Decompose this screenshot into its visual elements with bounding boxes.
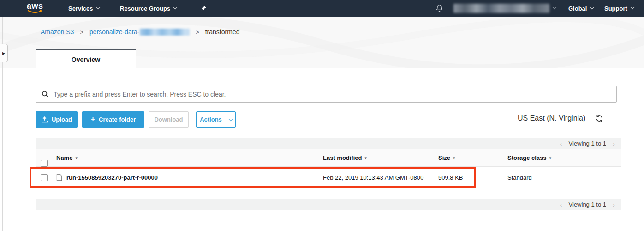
breadcrumb-root-label: Amazon S3 [41,28,74,36]
side-panel-toggle[interactable]: ▶ [0,44,8,62]
next-page-icon[interactable]: › [613,140,615,147]
viewing-range-label: Viewing 1 to 1 [569,140,606,147]
aws-logo-text: aws [27,1,43,11]
pushpin-icon [200,5,207,12]
bell-icon [435,4,444,13]
column-header-name[interactable]: Name ▾ [56,149,78,167]
row-storage-class: Standard [507,167,532,188]
file-icon [56,174,62,181]
create-folder-button-label: Create folder [99,116,136,123]
breadcrumb-current-folder: transformed [205,28,240,36]
column-header-size-label: Size [438,154,450,161]
upload-button[interactable]: Upload [36,111,78,128]
row-checkbox[interactable] [41,174,48,181]
column-header-last-modified[interactable]: Last modified ▾ [323,149,367,167]
redacted-account-name [453,4,549,13]
object-table-header: Name ▾ Last modified ▾ Size ▾ Storage cl… [36,149,621,167]
select-all-checkbox[interactable] [41,160,48,167]
region-label: US East (N. Virginia) [518,114,585,122]
tab-overview[interactable]: Overview [36,49,136,69]
chevron-down-icon [96,6,100,9]
column-header-last-modified-label: Last modified [323,154,362,161]
refresh-button[interactable] [596,115,603,122]
table-row: run-1550859203270-part-r-00000 Feb 22, 2… [36,167,621,188]
chevron-down-icon [553,6,556,9]
column-header-size[interactable]: Size ▾ [438,149,455,167]
row-select-cell [41,167,48,188]
nav-global-label: Global [568,5,587,12]
aws-smile-icon [27,10,43,14]
column-header-name-label: Name [56,154,72,161]
previous-page-icon[interactable]: ‹ [560,201,562,208]
search-input[interactable] [54,91,611,98]
row-last-modified: Feb 22, 2019 10:13:43 AM GMT-0800 [323,167,423,188]
sort-arrow-icon: ▾ [75,156,78,160]
top-navigation-bar: aws Services Resource Groups Global Supp… [0,0,644,17]
upload-icon [41,116,48,123]
actions-dropdown-button[interactable]: Actions [196,111,236,128]
breadcrumb: Amazon S3 > personalize-data- > transfor… [41,28,239,36]
previous-page-icon[interactable]: ‹ [560,140,562,147]
chevron-down-icon [590,6,594,9]
row-name-cell: run-1550859203270-part-r-00000 [56,167,158,188]
column-header-storage-class[interactable]: Storage class ▾ [507,149,551,167]
nav-account-menu[interactable] [453,0,556,17]
plus-icon: + [91,115,95,123]
region-indicator: US East (N. Virginia) [518,114,603,122]
nav-resource-groups-label: Resource Groups [120,5,170,12]
nav-notifications-button[interactable] [435,0,444,17]
breadcrumb-separator: > [80,29,83,36]
pagination-bar-bottom: ‹ Viewing 1 to 1 › [36,199,621,210]
breadcrumb-separator: > [196,29,199,36]
object-name-link[interactable]: run-1550859203270-part-r-00000 [66,174,158,181]
nav-services-menu[interactable]: Services [68,0,100,17]
nav-region-menu[interactable]: Global [568,0,593,17]
breadcrumb-bucket-label: personalize-data- [89,28,139,36]
nav-support-label: Support [604,5,627,12]
triangle-right-icon: ▶ [2,51,5,55]
chevron-down-icon [173,6,177,9]
viewing-range-label: Viewing 1 to 1 [569,201,606,208]
actions-button-label: Actions [200,116,222,123]
search-icon [42,91,49,98]
create-folder-button[interactable]: + Create folder [82,111,144,128]
breadcrumb-bucket-link[interactable]: personalize-data- [89,28,190,36]
column-header-storage-class-label: Storage class [507,154,547,161]
nav-services-label: Services [68,5,93,12]
prefix-search-box [36,86,617,103]
nav-resource-groups-menu[interactable]: Resource Groups [120,0,177,17]
download-button-label: Download [154,116,183,123]
redacted-bucket-name-suffix [140,29,190,36]
nav-pin-button[interactable] [200,0,207,17]
breadcrumb-amazon-s3-link[interactable]: Amazon S3 [41,28,74,36]
pagination-bar-top: ‹ Viewing 1 to 1 › [36,138,621,149]
sort-arrow-icon: ▾ [365,156,367,160]
nav-support-menu[interactable]: Support [604,0,634,17]
tab-overview-label: Overview [72,56,100,63]
refresh-icon [596,115,603,122]
upload-button-label: Upload [52,116,72,123]
row-size: 509.8 KB [438,167,463,188]
chevron-down-icon [229,117,233,121]
chevron-down-icon [631,6,634,9]
next-page-icon[interactable]: › [613,201,615,208]
sort-arrow-icon: ▾ [453,156,455,160]
sort-arrow-icon: ▾ [549,156,552,160]
download-button[interactable]: Download [149,111,189,128]
